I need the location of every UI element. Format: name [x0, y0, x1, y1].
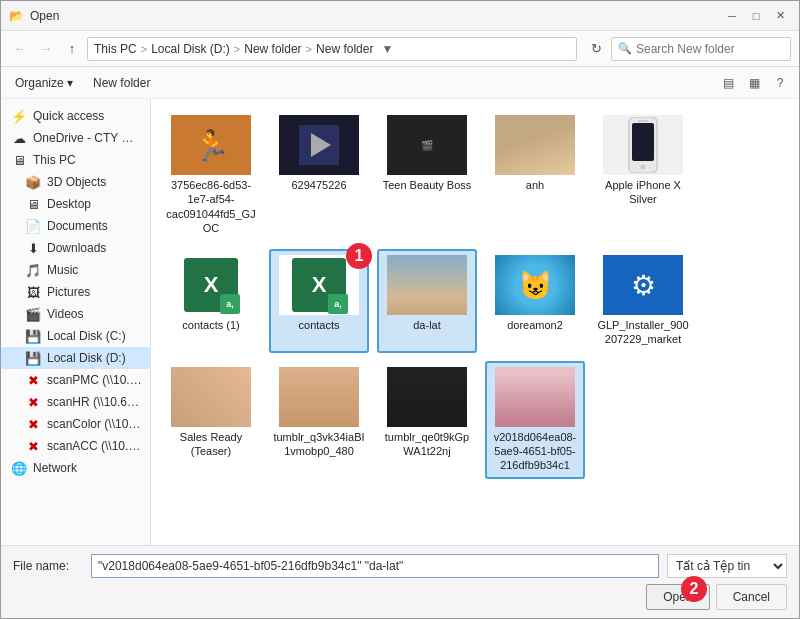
- badge-1: 1: [346, 243, 372, 269]
- search-box: 🔍: [611, 37, 791, 61]
- addr-dropdown-icon[interactable]: ▼: [381, 42, 393, 56]
- file-item-tumblr[interactable]: tumblr_qe0t9kGpWA1t22nj: [377, 361, 477, 479]
- quick-access-icon: ⚡: [11, 108, 27, 124]
- sidebar-item-scanhr[interactable]: ✖ scanHR (\\10.68.68...: [1, 391, 150, 413]
- bottom-bar: File name: Tất cả Tệp tin 2 Open Cancel: [1, 545, 799, 618]
- sidebar-item-downloads[interactable]: ⬇ Downloads: [1, 237, 150, 259]
- file-item-glp[interactable]: ⚙ GLP_Installer_900207229_market: [593, 249, 693, 353]
- addr-new-folder2: New folder: [316, 42, 373, 56]
- downloads-icon: ⬇: [25, 240, 41, 256]
- filename-input[interactable]: [91, 554, 659, 578]
- scanpmc-icon: ✖: [25, 372, 41, 388]
- this-pc-icon: 🖥: [11, 152, 27, 168]
- new-folder-button[interactable]: New folder: [87, 73, 156, 93]
- local-d-icon: 💾: [25, 350, 41, 366]
- documents-icon: 📄: [25, 218, 41, 234]
- sidebar-item-3d-objects[interactable]: 📦 3D Objects: [1, 171, 150, 193]
- network-icon: 🌐: [11, 460, 27, 476]
- svg-rect-5: [638, 120, 648, 122]
- sidebar-item-desktop[interactable]: 🖥 Desktop: [1, 193, 150, 215]
- music-icon: 🎵: [25, 262, 41, 278]
- svg-point-4: [641, 165, 646, 170]
- file-item-dalat[interactable]: da-lat: [377, 249, 477, 353]
- organize-button[interactable]: Organize ▾: [9, 73, 79, 93]
- addr-this-pc: This PC: [94, 42, 137, 56]
- view-extra-button[interactable]: ▤: [717, 72, 739, 94]
- sidebar-item-quick-access[interactable]: ⚡ Quick access: [1, 105, 150, 127]
- help-button[interactable]: ?: [769, 72, 791, 94]
- file-item-iphone[interactable]: Apple iPhone X Silver: [593, 109, 693, 241]
- filename-label: File name:: [13, 559, 83, 573]
- sidebar-item-documents[interactable]: 📄 Documents: [1, 215, 150, 237]
- address-bar: This PC > Local Disk (D:) > New folder >…: [87, 37, 577, 61]
- sidebar-item-network[interactable]: 🌐 Network: [1, 457, 150, 479]
- sidebar-item-scanacc[interactable]: ✖ scanACC (\\10.68.66...: [1, 435, 150, 457]
- folder-icon: 📂: [9, 9, 24, 23]
- badge-2: 2: [681, 576, 707, 602]
- sidebar: ⚡ Quick access ☁ OneDrive - CTY CP Di 🖥 …: [1, 99, 151, 545]
- file-item-hash[interactable]: 🏃 3756ec86-6d53-1e7-af54-cac091044fd5_GJ…: [161, 109, 261, 241]
- view-grid-button[interactable]: ▦: [743, 72, 765, 94]
- 3d-objects-icon: 📦: [25, 174, 41, 190]
- sidebar-item-this-pc[interactable]: 🖥 This PC: [1, 149, 150, 171]
- up-button[interactable]: ↑: [61, 38, 83, 60]
- forward-button[interactable]: →: [35, 38, 57, 60]
- pictures-icon: 🖼: [25, 284, 41, 300]
- search-icon: 🔍: [618, 42, 632, 55]
- filetype-select[interactable]: Tất cả Tệp tin: [667, 554, 787, 578]
- file-item-contacts[interactable]: 1 X a, contacts: [269, 249, 369, 353]
- sidebar-item-scanpmc[interactable]: ✖ scanPMC (\\10.68.66...: [1, 369, 150, 391]
- file-item-tumblr2[interactable]: tumblr_q3vk34iaBI1vmobp0_480: [269, 361, 369, 479]
- filename-row: File name: Tất cả Tệp tin: [13, 554, 787, 578]
- file-item-sales[interactable]: Sales Ready (Teaser): [161, 361, 261, 479]
- sidebar-item-pictures[interactable]: 🖼 Pictures: [1, 281, 150, 303]
- desktop-icon: 🖥: [25, 196, 41, 212]
- close-button[interactable]: ✕: [769, 5, 791, 27]
- files-grid: 🏃 3756ec86-6d53-1e7-af54-cac091044fd5_GJ…: [161, 109, 789, 479]
- sidebar-item-videos[interactable]: 🎬 Videos: [1, 303, 150, 325]
- onedrive-icon: ☁: [11, 130, 27, 146]
- scanacc-icon: ✖: [25, 438, 41, 454]
- cancel-button[interactable]: Cancel: [716, 584, 787, 610]
- sidebar-item-scancolor[interactable]: ✖ scanColor (\\10.68.6...: [1, 413, 150, 435]
- addr-local-d: Local Disk (D:): [151, 42, 230, 56]
- file-item-contacts1[interactable]: X a, contacts (1): [161, 249, 261, 353]
- file-item-v2018[interactable]: v2018d064ea08-5ae9-4651-bf05-216dfb9b34c…: [485, 361, 585, 479]
- scanhr-icon: ✖: [25, 394, 41, 410]
- file-item-teen[interactable]: 🎬 Teen Beauty Boss: [377, 109, 477, 241]
- local-c-icon: 💾: [25, 328, 41, 344]
- window-title: Open: [30, 9, 59, 23]
- file-item-629[interactable]: 629475226: [269, 109, 369, 241]
- videos-icon: 🎬: [25, 306, 41, 322]
- sidebar-item-local-c[interactable]: 💾 Local Disk (C:): [1, 325, 150, 347]
- minimize-button[interactable]: ─: [721, 5, 743, 27]
- sidebar-item-music[interactable]: 🎵 Music: [1, 259, 150, 281]
- back-button[interactable]: ←: [9, 38, 31, 60]
- addr-new-folder1: New folder: [244, 42, 301, 56]
- refresh-button[interactable]: ↻: [585, 38, 607, 60]
- sidebar-item-onedrive[interactable]: ☁ OneDrive - CTY CP Di: [1, 127, 150, 149]
- file-item-doreamon[interactable]: 😺 doreamon2: [485, 249, 585, 353]
- buttons-row: 2 Open Cancel: [13, 584, 787, 610]
- maximize-button[interactable]: □: [745, 5, 767, 27]
- search-input[interactable]: [636, 42, 786, 56]
- sidebar-item-local-d[interactable]: 💾 Local Disk (D:): [1, 347, 150, 369]
- svg-rect-3: [632, 123, 654, 161]
- files-area: 🏃 3756ec86-6d53-1e7-af54-cac091044fd5_GJ…: [151, 99, 799, 545]
- file-item-anh[interactable]: anh: [485, 109, 585, 241]
- scancolor-icon: ✖: [25, 416, 41, 432]
